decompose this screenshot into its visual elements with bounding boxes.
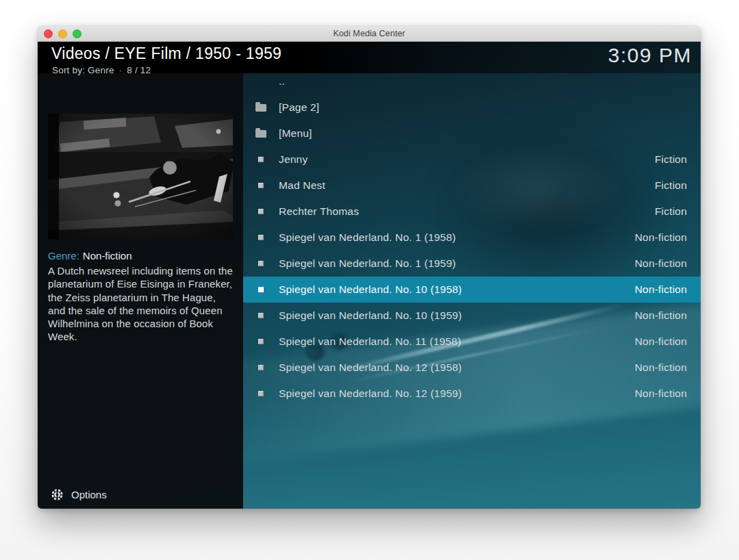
zoom-icon[interactable] [73, 29, 82, 38]
item-label: Mad Nest [279, 179, 655, 192]
item-label: Spiegel van Nederland. No. 11 (1958) [279, 335, 635, 348]
genre-label: Genre: [48, 250, 79, 262]
list-item[interactable]: [Menu] [243, 120, 701, 147]
item-label: [Page 2] [279, 101, 687, 114]
file-icon [258, 391, 264, 396]
list-item[interactable]: Spiegel van Nederland. No. 12 (1958) Non… [243, 355, 701, 381]
item-icon-cell [243, 235, 279, 240]
item-genre: Fiction [655, 179, 701, 192]
file-icon [258, 365, 264, 370]
item-label: Spiegel van Nederland. No. 10 (1958) [279, 283, 635, 296]
file-icon [258, 339, 264, 344]
sort-status: Sort by: Genre·8 / 12 [52, 65, 151, 75]
list-item[interactable]: Spiegel van Nederland. No. 1 (1958) Non-… [243, 225, 701, 251]
file-icon [258, 287, 264, 292]
billiards-thumbnail-art [48, 114, 233, 240]
list-item[interactable]: Spiegel van Nederland. No. 10 (1959) Non… [243, 303, 701, 329]
folder-icon [255, 104, 266, 112]
list-item[interactable]: Spiegel van Nederland. No. 10 (1958) Non… [243, 277, 701, 303]
item-label: Rechter Thomas [279, 205, 655, 218]
file-icon [258, 235, 264, 240]
item-label: Spiegel van Nederland. No. 10 (1959) [279, 309, 635, 322]
genre-line: Genre:Non-fiction [48, 250, 132, 262]
item-icon-cell [243, 104, 279, 112]
file-icon [258, 157, 264, 162]
options-button[interactable]: Options [47, 483, 111, 505]
item-icon-cell [243, 157, 279, 162]
item-label: [Menu] [279, 127, 687, 140]
item-icon-cell [243, 261, 279, 266]
item-genre: Non-fiction [635, 335, 701, 348]
item-genre: Non-fiction [635, 361, 701, 374]
genre-value: Non-fiction [83, 250, 132, 262]
separator-dot: · [119, 65, 123, 75]
folder-icon [255, 130, 266, 138]
item-label: Spiegel van Nederland. No. 12 (1958) [279, 361, 635, 374]
kodi-content: Videos / EYE Film / 1950 - 1959 Sort by:… [38, 42, 701, 509]
desktop-background: Kodi Media Center Videos / EYE Film / 19… [0, 0, 739, 560]
window-titlebar[interactable]: Kodi Media Center [38, 26, 701, 42]
file-icon [258, 209, 264, 214]
file-list: .. [Page 2] [Menu] Jenny Fiction Mad Nes… [243, 42, 701, 509]
video-thumbnail [48, 114, 233, 240]
item-genre: Non-fiction [635, 387, 701, 400]
item-genre: Non-fiction [635, 231, 701, 244]
list-item[interactable]: Jenny Fiction [243, 147, 701, 173]
item-genre: Fiction [655, 153, 701, 166]
window-title: Kodi Media Center [333, 29, 405, 38]
item-icon-cell [243, 339, 279, 344]
item-icon-cell [243, 287, 279, 292]
item-label: Spiegel van Nederland. No. 1 (1958) [279, 231, 635, 244]
sort-by-label[interactable]: Sort by: Genre [52, 65, 114, 75]
item-icon-cell [243, 391, 279, 396]
item-icon-cell [243, 209, 279, 214]
options-label: Options [71, 489, 107, 500]
item-label: Spiegel van Nederland. No. 12 (1959) [279, 387, 635, 400]
file-icon [258, 313, 264, 318]
list-item[interactable]: Spiegel van Nederland. No. 1 (1959) Non-… [243, 251, 701, 277]
file-icon [258, 183, 264, 188]
item-genre: Fiction [655, 205, 701, 218]
list-item[interactable]: Mad Nest Fiction [243, 173, 701, 199]
item-label: .. [279, 75, 687, 88]
item-label: Spiegel van Nederland. No. 1 (1959) [279, 257, 635, 270]
item-icon-cell [243, 130, 279, 138]
item-icon-cell [243, 365, 279, 370]
minimize-icon[interactable] [58, 29, 67, 38]
window-controls [44, 29, 82, 38]
item-icon-cell [243, 183, 279, 188]
item-genre: Non-fiction [635, 309, 701, 322]
item-icon-cell [243, 313, 279, 318]
list-item[interactable]: Spiegel van Nederland. No. 12 (1959) Non… [243, 381, 701, 407]
item-genre: Non-fiction [635, 257, 701, 270]
list-item[interactable]: Spiegel van Nederland. No. 11 (1958) Non… [243, 329, 701, 355]
options-gear-icon [51, 488, 64, 501]
file-icon [258, 261, 264, 266]
close-icon[interactable] [44, 29, 53, 38]
item-label: Jenny [279, 153, 655, 166]
list-item[interactable]: .. [243, 68, 701, 94]
item-genre: Non-fiction [635, 283, 701, 296]
list-item[interactable]: Rechter Thomas Fiction [243, 199, 701, 225]
list-position: 8 / 12 [127, 65, 151, 75]
list-item[interactable]: [Page 2] [243, 94, 701, 120]
plot-description: A Dutch newsreel including items on the … [48, 264, 235, 344]
kodi-window: Kodi Media Center Videos / EYE Film / 19… [38, 26, 701, 509]
